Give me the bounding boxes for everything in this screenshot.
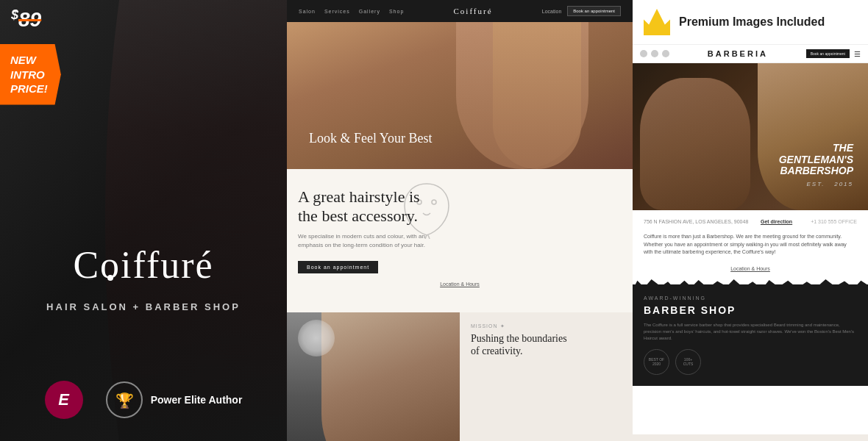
nav-location: Location	[542, 9, 561, 14]
barberia-nav-right: Book an appointment ☰	[806, 49, 861, 58]
face-line-art	[397, 180, 456, 239]
nav-icon-1	[640, 50, 647, 57]
model-silhouette	[96, 0, 287, 441]
price-number: 89	[18, 8, 41, 31]
coiffure-mission: Mission ✦ Pushing the boundaries of crea…	[460, 312, 633, 441]
barber-figure	[640, 78, 750, 210]
svg-text:🏆: 🏆	[115, 392, 133, 409]
nav-salon: Salon	[299, 9, 316, 14]
coiffure-nav-links: Salon Services Gallery Shop	[299, 9, 404, 14]
svg-point-2	[417, 200, 421, 204]
barberia-book-btn[interactable]: Book an appointment	[806, 49, 850, 58]
nav-icon-2	[651, 50, 658, 57]
barberia-dark-desc: The Coiffure is a full service barber sh…	[644, 322, 857, 342]
brand-o: o	[100, 243, 121, 287]
barberia-nav: BARBERIA Book an appointment ☰	[633, 45, 868, 63]
nav-services: Services	[324, 9, 350, 14]
hero-tagline: Look & Feel Your Best	[309, 130, 433, 147]
svg-point-3	[432, 200, 436, 204]
barberia-dark-title: BARBER SHOP	[644, 304, 857, 316]
left-panel: $89 NEW INTRO PRICE! Coiffuré HAIR SALON…	[0, 0, 287, 441]
coiffure-bottom: Mission ✦ Pushing the boundaries of crea…	[287, 312, 633, 441]
coiffure-portrait	[287, 312, 460, 441]
portrait-figure	[321, 312, 460, 441]
coiffure-location-link[interactable]: Location & Hours	[298, 282, 622, 287]
coiffure-website-preview: Salon Services Gallery Shop Coiffuré Loc…	[287, 0, 633, 441]
coiffure-nav: Salon Services Gallery Shop Coiffuré Loc…	[287, 0, 633, 22]
premium-banner: Premium Images Included	[633, 0, 868, 45]
dollar-sign: $	[11, 7, 18, 22]
elite-shield-icon: 🏆	[105, 381, 143, 419]
nav-book-btn[interactable]: Book an appointment	[567, 6, 621, 16]
nav-gallery: Gallery	[359, 9, 380, 14]
barberia-dark-section: AWARD-WINNING BARBER SHOP The Coiffure i…	[633, 284, 868, 386]
customer-figure	[758, 63, 868, 210]
coiffure-section2: A great hairstyle is the best accessory.…	[287, 169, 633, 312]
brand-title: Coiffuré	[15, 243, 272, 287]
barberia-location-link: Location & Hours	[633, 257, 868, 277]
hero-face	[493, 22, 581, 169]
barberia-brand: BARBERIA	[708, 49, 768, 58]
elite-author-badge: 🏆 Power Elite Author	[105, 381, 243, 419]
mission-label: Mission ✦	[471, 323, 622, 329]
barberia-since: EST. 2015	[806, 181, 853, 187]
price-tag: $89	[11, 7, 41, 32]
barberia-extra-info: +1 310 555 OFFICE	[811, 219, 857, 224]
barberia-nav-icons	[640, 50, 669, 57]
brand-name-section: Coiffuré	[15, 243, 272, 287]
barberia-info: 756 N FASHION AVE, LOS ANGELES, 90048 Ge…	[633, 210, 868, 233]
barberia-website-preview: BARBERIA Book an appointment ☰ THEGENTLE…	[633, 45, 868, 434]
pushing-text: Pushing the boundaries of creativity.	[471, 333, 622, 358]
barberia-menu-icon[interactable]: ☰	[854, 50, 861, 58]
premium-text: Premium Images Included	[679, 15, 825, 29]
barberia-get-direction[interactable]: Get direction	[761, 219, 792, 224]
coiffure-tagline-section: A great hairstyle is the best accessory.…	[287, 169, 633, 312]
award-badge-1: BEST OF2020	[644, 349, 669, 375]
crown-icon	[644, 9, 670, 35]
right-panel: Premium Images Included BARBERIA Book an…	[633, 0, 868, 441]
elite-author-text: Power Elite Author	[151, 393, 243, 406]
intro-price-badge: NEW INTRO PRICE!	[0, 44, 61, 105]
coiffure-book-btn[interactable]: Book an appointment	[298, 261, 378, 273]
barberia-award-badges: BEST OF2020 100+CUTS	[644, 349, 857, 375]
brand-subtitle: HAIR SALON + BARBER SHOP	[0, 301, 287, 312]
barberia-hero: THEGENTLEMAN'SBARBERSHOP EST. 2015	[633, 63, 868, 210]
elementor-badge: E	[45, 381, 83, 419]
award-label: AWARD-WINNING	[644, 295, 857, 301]
flower-decoration	[298, 320, 335, 356]
center-panel: Salon Services Gallery Shop Coiffuré Loc…	[287, 0, 633, 441]
coiffure-hero: Look & Feel Your Best	[287, 22, 633, 169]
barberia-address: 756 N FASHION AVE, LOS ANGELES, 90048	[644, 219, 750, 224]
barberia-description: Coiffure is more than just a Barbershop.…	[633, 233, 868, 257]
coiffure-tagline: A great hairstyle is the best accessory.	[298, 187, 622, 226]
bottom-badges: E 🏆 Power Elite Author	[0, 381, 287, 419]
gentleman-text: THEGENTLEMAN'SBARBERSHOP EST. 2015	[779, 143, 853, 188]
nav-shop: Shop	[389, 9, 404, 14]
award-badge-2: 100+CUTS	[675, 349, 701, 375]
nav-icon-3	[662, 50, 669, 57]
coiffure-nav-brand: Coiffuré	[454, 7, 493, 15]
